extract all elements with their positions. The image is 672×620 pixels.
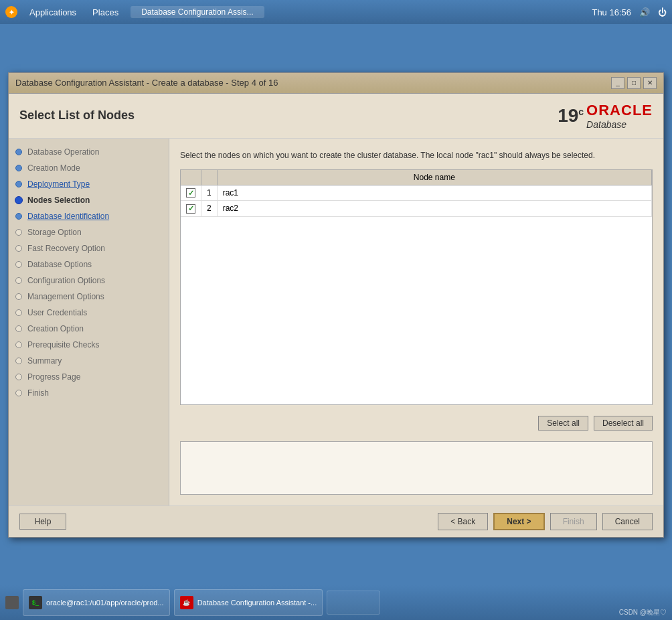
footer-left: Help — [19, 514, 66, 530]
sidebar-item-7: Database Options — [9, 256, 169, 273]
top-taskbar: ✦ Applications Places Database Configura… — [0, 0, 672, 24]
table-actions: Select all Deselect all — [180, 413, 653, 433]
main-content: Select the nodes on which you want to cr… — [169, 139, 663, 506]
node-table: Node name ✓1rac1✓2rac2 — [181, 170, 652, 217]
page-title: Select List of Nodes — [19, 108, 135, 123]
sidebar-item-10: User Credentials — [9, 305, 169, 321]
desktop: Database Configuration Assistant - Creat… — [0, 24, 672, 585]
table-row: ✓2rac2 — [181, 201, 652, 217]
oracle-version: 19c — [558, 105, 584, 127]
log-area — [180, 441, 653, 495]
dialog-title: Database Configuration Assistant - Creat… — [15, 78, 278, 88]
sidebar-label-14: Progress Page — [27, 372, 80, 382]
node-checkbox-1[interactable]: ✓ — [186, 204, 195, 214]
terminal-label: oracle@rac1:/u01/app/oracle/prod... — [46, 599, 164, 607]
sidebar-label-11: Creation Option — [27, 324, 84, 333]
sidebar-bullet-15 — [15, 390, 22, 396]
node-num-1: 2 — [201, 201, 218, 217]
sidebar-label-7: Database Options — [27, 260, 92, 269]
sidebar-item-3[interactable]: Nodes Selection — [9, 192, 169, 208]
sidebar-label-5: Storage Option — [27, 228, 82, 237]
sidebar-item-8: Configuration Options — [9, 273, 169, 289]
minimize-button[interactable]: _ — [611, 77, 624, 89]
taskbar-applications[interactable]: Applications — [25, 6, 80, 19]
sidebar-label-2: Deployment Type — [27, 179, 90, 189]
sidebar-label-4: Database Identification — [27, 212, 109, 221]
col-checkbox — [181, 170, 201, 185]
sidebar-label-6: Fast Recovery Option — [27, 244, 105, 253]
back-button[interactable]: < Back — [438, 513, 488, 530]
sidebar-bullet-7 — [15, 261, 22, 268]
java-taskbar-btn[interactable]: ☕ Database Configuration Assistant -... — [174, 589, 323, 616]
sidebar-bullet-0 — [15, 149, 22, 155]
java-icon: ☕ — [180, 596, 193, 609]
node-check-cell-1[interactable]: ✓ — [181, 201, 201, 217]
oracle-logo: 19c ORACLE Database — [558, 102, 653, 130]
sidebar-label-0: Database Operation — [27, 147, 99, 157]
footer-right: < Back Next > Finish Cancel — [438, 513, 653, 530]
table-row: ✓1rac1 — [181, 185, 652, 201]
help-button[interactable]: Help — [19, 514, 66, 530]
power-icon[interactable]: ⏻ — [658, 7, 667, 17]
sidebar-label-10: User Credentials — [27, 308, 87, 317]
dialog-body: Database OperationCreation ModeDeploymen… — [9, 139, 663, 506]
sidebar-item-2[interactable]: Deployment Type — [9, 176, 169, 192]
sidebar-label-15: Finish — [27, 388, 49, 398]
taskbar-right: Thu 16:56 🔊 ⏻ — [592, 7, 667, 17]
show-desktop-button[interactable] — [5, 596, 19, 609]
sidebar-item-5: Storage Option — [9, 224, 169, 240]
sidebar-bullet-10 — [15, 309, 22, 316]
node-name-0: rac1 — [217, 185, 651, 201]
sidebar-item-15: Finish — [9, 385, 169, 401]
terminal-taskbar-btn[interactable]: $_ oracle@rac1:/u01/app/oracle/prod... — [23, 589, 170, 616]
sidebar-item-11: Creation Option — [9, 321, 169, 337]
java-app-label: Database Configuration Assistant -... — [197, 599, 317, 607]
next-button[interactable]: Next > — [493, 513, 544, 530]
sidebar-item-1: Creation Mode — [9, 160, 169, 176]
node-table-container: Node name ✓1rac1✓2rac2 — [180, 169, 653, 405]
node-name-1: rac2 — [217, 201, 651, 217]
sidebar-label-8: Configuration Options — [27, 276, 105, 285]
terminal-icon: $_ — [29, 596, 42, 609]
instruction-text: Select the nodes on which you want to cr… — [180, 149, 653, 161]
select-all-button[interactable]: Select all — [538, 416, 588, 431]
sidebar-bullet-8 — [15, 277, 22, 284]
node-num-0: 1 — [201, 185, 218, 201]
taskbar-window-title[interactable]: Database Configuration Assis... — [131, 6, 264, 18]
sidebar-label-12: Prerequisite Checks — [27, 340, 99, 350]
close-button[interactable]: ✕ — [643, 77, 657, 89]
finish-button[interactable]: Finish — [550, 513, 597, 530]
maximize-button[interactable]: □ — [627, 77, 641, 89]
node-check-cell-0[interactable]: ✓ — [181, 185, 201, 201]
col-num — [201, 170, 218, 185]
cancel-button[interactable]: Cancel — [602, 513, 653, 530]
sidebar-bullet-5 — [15, 229, 22, 236]
oracle-text: ORACLE Database — [586, 102, 653, 130]
sidebar-label-9: Management Options — [27, 292, 104, 301]
oracle-sup: c — [578, 106, 584, 117]
sidebar-bullet-13 — [15, 358, 22, 364]
sidebar-bullet-14 — [15, 374, 22, 380]
node-checkbox-0[interactable]: ✓ — [186, 188, 195, 198]
sidebar-bullet-1 — [15, 165, 22, 171]
taskbar-places[interactable]: Places — [88, 6, 122, 19]
sidebar-label-13: Summary — [27, 356, 62, 366]
sidebar-item-0: Database Operation — [9, 144, 169, 160]
deselect-all-button[interactable]: Deselect all — [594, 416, 653, 431]
sidebar-item-4[interactable]: Database Identification — [9, 208, 169, 224]
col-node-name: Node name — [217, 170, 651, 185]
empty-table-area — [181, 217, 652, 404]
oracle-brand: ORACLE — [586, 102, 653, 119]
sidebar-bullet-4 — [15, 213, 22, 220]
taskbar-time: Thu 16:56 — [592, 7, 631, 17]
sidebar-item-6: Fast Recovery Option — [9, 240, 169, 256]
dialog-window: Database Configuration Assistant - Creat… — [8, 72, 664, 538]
sidebar-bullet-11 — [15, 325, 22, 332]
app-icon: ✦ — [5, 6, 17, 18]
volume-icon[interactable]: 🔊 — [639, 7, 650, 17]
sidebar-bullet-9 — [15, 293, 22, 300]
oracle-db-label: Database — [586, 119, 626, 130]
sidebar-bullet-12 — [15, 341, 22, 348]
bottom-taskbar: $_ oracle@rac1:/u01/app/oracle/prod... ☕… — [0, 585, 672, 620]
taskbar-left: ✦ Applications Places Database Configura… — [5, 6, 584, 19]
